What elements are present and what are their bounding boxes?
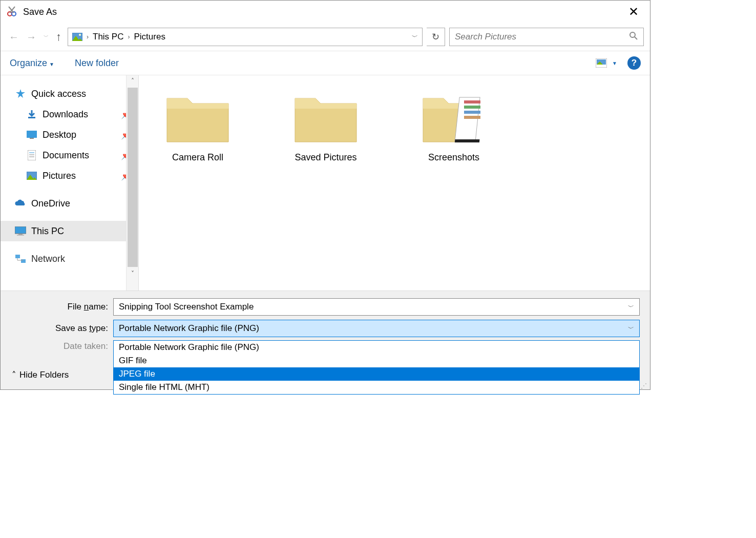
hide-folders-button[interactable]: ˄ Hide Folders [12,370,69,381]
onedrive-icon [15,198,26,209]
view-icon [596,58,607,68]
svg-rect-24 [17,235,24,236]
bottom-panel: File name: Snipping Tool Screenshot Exam… [1,291,650,363]
svg-point-7 [630,32,635,37]
sidebar-pictures[interactable]: Pictures 📌 [1,165,138,186]
svg-rect-30 [464,111,480,114]
sidebar-downloads[interactable]: Downloads 📌 [1,104,138,125]
folder-screenshots[interactable]: Screenshots [405,86,502,280]
pictures-location-icon [72,33,82,41]
forward-button[interactable]: → [24,31,38,43]
titlebar: Save As ✕ [1,1,650,23]
search-input[interactable] [455,32,629,42]
svg-marker-12 [16,89,25,98]
new-folder-button[interactable]: New folder [75,58,119,69]
svg-rect-16 [28,150,36,160]
sidebar-network[interactable]: Network [1,249,138,269]
datetaken-label: Date taken: [11,341,113,351]
chevron-up-icon: ˄ [12,370,16,381]
folder-icon [421,86,487,147]
organize-button[interactable]: Organize▼ [10,58,54,69]
up-button[interactable]: ↑ [54,30,64,44]
savetype-label: Save as type: [11,323,113,334]
this-pc-icon [15,225,26,237]
svg-rect-31 [464,116,480,119]
sidebar-quick-access[interactable]: Quick access [1,84,138,104]
savetype-field[interactable]: Portable Network Graphic file (PNG) ﹀ [113,320,640,337]
folder-saved-pictures[interactable]: Saved Pictures [277,86,374,280]
folder-icon [292,86,359,147]
svg-rect-27 [455,97,480,141]
nav-row: ← → ﹀ ↑ › This PC › Pictures ﹀ ↻ [1,23,650,51]
document-icon [26,150,37,161]
svg-rect-22 [15,226,26,234]
sidebar-documents[interactable]: Documents 📌 [1,145,138,165]
svg-rect-14 [27,131,37,138]
main-area: Quick access Downloads 📌 Desktop 📌 [1,75,650,291]
svg-rect-26 [21,259,26,263]
scroll-down-icon[interactable]: ˅ [129,268,136,279]
pictures-icon [26,170,37,181]
folder-camera-roll[interactable]: Camera Roll [149,86,246,280]
desktop-icon [26,129,37,140]
download-icon [26,109,37,120]
sidebar: Quick access Downloads 📌 Desktop 📌 [1,75,139,291]
chevron-right-icon: › [127,33,131,40]
filename-label: File name: [11,302,113,312]
savetype-dropdown: Portable Network Graphic file (PNG) GIF … [113,340,640,395]
save-as-dialog: Save As ✕ ← → ﹀ ↑ › This PC › Pictures ﹀… [0,0,650,390]
refresh-button[interactable]: ↻ [427,28,445,46]
sidebar-this-pc[interactable]: This PC [1,221,138,241]
option-gif[interactable]: GIF file [114,354,639,367]
search-box[interactable] [449,28,644,46]
svg-rect-29 [464,106,480,109]
address-bar[interactable]: › This PC › Pictures ﹀ [68,28,423,46]
breadcrumb-this-pc[interactable]: This PC [90,32,127,42]
option-mht[interactable]: Single file HTML (MHT) [114,381,639,394]
svg-rect-15 [30,138,34,139]
chevron-down-icon[interactable]: ﹀ [628,324,634,333]
sidebar-desktop[interactable]: Desktop 📌 [1,125,138,145]
network-icon [15,253,26,264]
folder-icon [164,86,231,147]
address-dropdown[interactable]: ﹀ [412,33,418,42]
chevron-right-icon: › [86,33,90,40]
nav-buttons: ← → ﹀ ↑ [7,30,64,44]
folder-label: Camera Roll [172,152,223,163]
scroll-up-icon[interactable]: ˄ [129,75,136,87]
svg-point-6 [79,34,81,36]
chevron-down-icon[interactable]: ﹀ [628,303,634,312]
scroll-thumb[interactable] [128,88,138,267]
dialog-title: Save As [23,7,622,17]
breadcrumb-pictures[interactable]: Pictures [131,32,168,42]
resize-grip[interactable]: ⋰ [641,384,648,387]
folder-label: Screenshots [428,152,479,163]
svg-line-8 [635,37,637,39]
search-icon [629,31,638,43]
toolbar: Organize▼ New folder ▼ ? [1,51,650,75]
filename-field[interactable]: Snipping Tool Screenshot Example ﹀ [113,298,640,316]
snipping-tool-icon [6,6,18,18]
svg-rect-32 [455,139,480,142]
view-button[interactable]: ▼ [596,58,617,68]
svg-rect-28 [464,100,480,104]
sidebar-scrollbar[interactable]: ˄ ˅ [126,75,138,291]
svg-rect-25 [15,255,20,258]
folder-label: Saved Pictures [295,152,356,163]
back-button[interactable]: ← [7,31,21,43]
svg-rect-13 [28,117,35,118]
close-button[interactable]: ✕ [622,3,645,21]
recent-dropdown[interactable]: ﹀ [41,33,51,40]
sidebar-onedrive[interactable]: OneDrive [1,193,138,214]
star-icon [15,88,26,99]
option-png[interactable]: Portable Network Graphic file (PNG) [114,341,639,354]
svg-rect-23 [18,234,23,235]
help-button[interactable]: ? [627,56,641,70]
option-jpeg[interactable]: JPEG file [114,367,639,381]
folder-content: Camera Roll Saved Pictures [139,75,650,291]
